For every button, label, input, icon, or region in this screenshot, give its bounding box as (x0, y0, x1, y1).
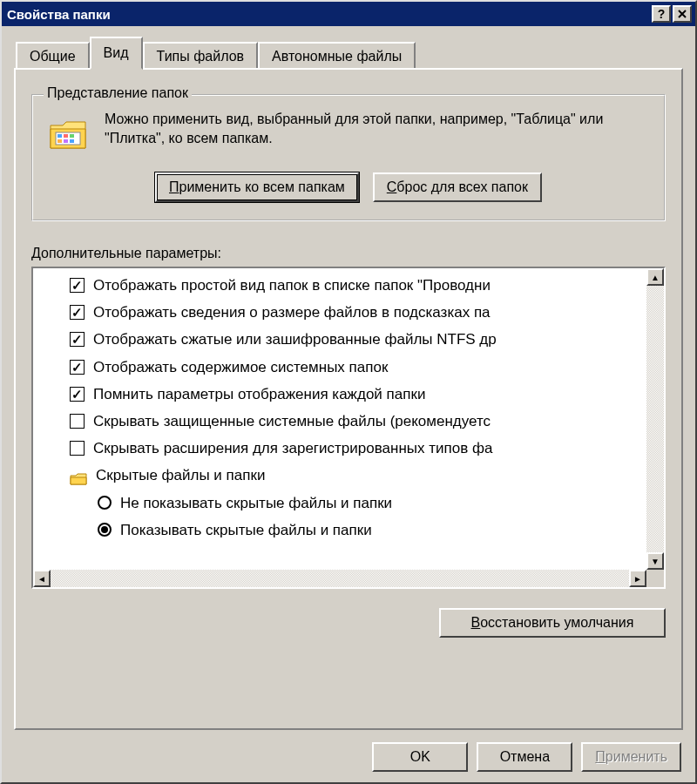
list-item[interactable]: ✓Отображать содержимое системных папок (33, 354, 664, 381)
folder-views-text: Можно применить вид, выбранный для этой … (105, 110, 650, 147)
restore-defaults-button[interactable]: Восстановить умолчания (439, 608, 666, 638)
list-item-label: Скрытые файлы и папки (96, 463, 265, 487)
list-item-label: Отображать содержимое системных папок (93, 355, 388, 379)
vertical-scrollbar[interactable]: ▲ ▼ (646, 268, 664, 570)
tabstrip: Общие Вид Типы файлов Автономные файлы (16, 38, 683, 68)
titlebar: Свойства папки ? (2, 2, 695, 26)
checkbox-icon[interactable]: ✓ (70, 278, 85, 293)
checkbox-icon[interactable]: ✓ (70, 305, 85, 320)
tab-general[interactable]: Общие (16, 42, 90, 70)
tab-view[interactable]: Вид (90, 37, 143, 70)
horizontal-scrollbar[interactable]: ◄ ► (33, 570, 664, 587)
list-item-label: Не показывать скрытые файлы и папки (120, 491, 392, 515)
dialog-buttons: OK Отмена Применить (372, 742, 681, 772)
checkbox-icon[interactable]: ✓ (70, 332, 85, 347)
titlebar-buttons: ? (652, 5, 692, 23)
svg-rect-1 (58, 134, 62, 138)
checkbox-icon[interactable] (70, 414, 85, 429)
scroll-track[interactable] (646, 286, 664, 552)
list-item[interactable]: ✓Помнить параметры отображения каждой па… (33, 381, 664, 408)
tab-offline[interactable]: Автономные файлы (258, 42, 416, 70)
apply-button[interactable]: Применить (581, 742, 681, 772)
scroll-corner (646, 570, 664, 587)
list-item[interactable]: ✓Отображать сведения о размере файлов в … (33, 299, 664, 326)
list-item-label: Отображать простой вид папок в списке па… (93, 274, 491, 297)
list-item[interactable]: Скрытые файлы и папки (33, 462, 664, 489)
scroll-left-button[interactable]: ◄ (33, 570, 51, 587)
scroll-up-button[interactable]: ▲ (646, 268, 664, 286)
list-content: ✓Отображать простой вид папок в списке п… (33, 268, 664, 587)
help-button[interactable]: ? (652, 5, 671, 23)
advanced-label: Дополнительные параметры: (31, 246, 666, 261)
list-item-label: Отображать сведения о размере файлов в п… (93, 301, 491, 324)
scroll-down-button[interactable]: ▼ (646, 552, 664, 570)
folder-views-title: Представление папок (44, 85, 192, 101)
svg-rect-6 (70, 139, 74, 143)
list-item-label: Показывать скрытые файлы и папки (120, 518, 372, 542)
checkbox-icon[interactable] (70, 441, 85, 456)
radio-icon[interactable] (98, 496, 112, 510)
list-item[interactable]: Не показывать скрытые файлы и папки (33, 490, 664, 517)
svg-rect-4 (58, 139, 62, 143)
checkbox-icon[interactable]: ✓ (70, 360, 85, 375)
advanced-settings-list[interactable]: ✓Отображать простой вид папок в списке п… (31, 267, 666, 589)
list-item-label: Скрывать расширения для зарегистрированн… (93, 436, 492, 460)
apply-to-all-button[interactable]: Применить ко всем папкам (155, 172, 359, 202)
close-icon (677, 9, 687, 19)
ok-button[interactable]: OK (372, 742, 468, 772)
list-item-label: Отображать сжатые или зашифрованные файл… (93, 328, 497, 351)
list-item[interactable]: Показывать скрытые файлы и папки (33, 517, 664, 544)
list-item[interactable]: Скрывать расширения для зарегистрированн… (33, 435, 664, 462)
list-item[interactable]: Скрывать защищенные системные файлы (рек… (33, 408, 664, 435)
svg-rect-3 (70, 134, 74, 138)
svg-rect-5 (64, 139, 68, 143)
radio-icon[interactable] (98, 523, 112, 537)
folder-icon (70, 469, 87, 483)
list-item[interactable]: ✓Отображать сжатые или зашифрованные фай… (33, 326, 664, 353)
svg-rect-2 (64, 134, 68, 138)
scroll-htrack[interactable] (51, 570, 629, 587)
cancel-button[interactable]: Отмена (477, 742, 572, 772)
window-title: Свойства папки (7, 7, 111, 22)
list-item-label: Помнить параметры отображения каждой пап… (93, 382, 425, 406)
checkbox-icon[interactable]: ✓ (70, 387, 85, 402)
tab-filetypes[interactable]: Типы файлов (143, 42, 259, 70)
folder-views-icon (47, 113, 89, 155)
folder-views-group: Представление папок Можно применить вид,… (31, 94, 666, 221)
reset-all-button[interactable]: Сброс для всех папок (373, 172, 542, 202)
close-button[interactable] (673, 5, 692, 23)
client-area: Общие Вид Типы файлов Автономные файлы П… (2, 26, 695, 735)
tab-panel-view: Представление папок Можно применить вид,… (14, 68, 683, 730)
list-item[interactable]: ✓Отображать простой вид папок в списке п… (33, 272, 664, 299)
folder-options-window: Свойства папки ? Общие Вид Типы файлов А… (0, 0, 697, 784)
scroll-right-button[interactable]: ► (629, 570, 646, 587)
list-item-label: Скрывать защищенные системные файлы (рек… (93, 409, 491, 433)
